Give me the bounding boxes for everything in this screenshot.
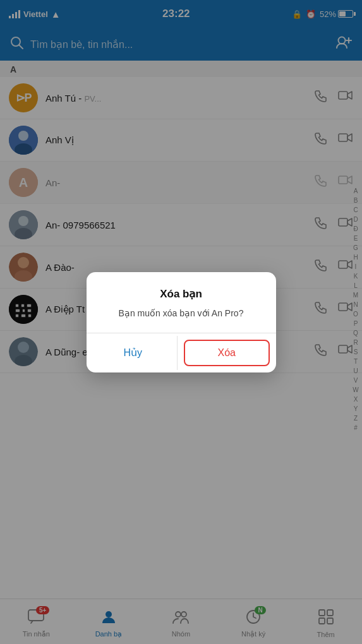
dialog-title: Xóa bạn: [99, 287, 263, 301]
dialog-message: Bạn muốn xóa bạn với An Pro?: [99, 307, 263, 320]
modal-overlay[interactable]: Xóa bạn Bạn muốn xóa bạn với An Pro? Hủy…: [0, 0, 362, 644]
dialog-content: Xóa bạn Bạn muốn xóa bạn với An Pro?: [87, 272, 276, 333]
confirm-dialog: Xóa bạn Bạn muốn xóa bạn với An Pro? Hủy…: [87, 272, 276, 373]
dialog-actions: Hủy Xóa: [87, 333, 276, 373]
cancel-button[interactable]: Hủy: [89, 336, 178, 370]
confirm-delete-button[interactable]: Xóa: [184, 340, 270, 366]
